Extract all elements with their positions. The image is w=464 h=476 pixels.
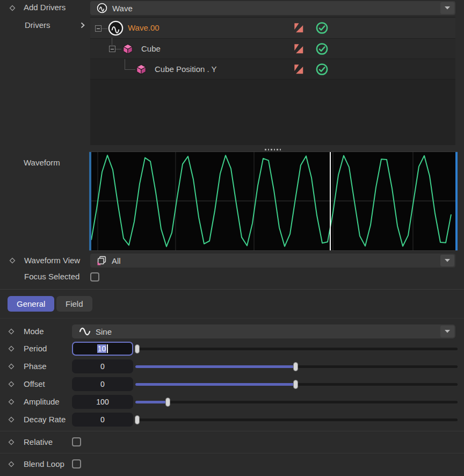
diamond-icon	[8, 345, 15, 352]
enabled-check-icon[interactable]	[315, 62, 329, 76]
divider	[0, 431, 464, 431]
phase-value: 0	[100, 362, 105, 371]
decay-rate-input[interactable]: 0	[72, 413, 133, 427]
chevron-down-icon	[445, 259, 450, 262]
amplitude-input[interactable]: 100	[72, 395, 133, 409]
drivers-label: Drivers	[25, 18, 50, 32]
add-drivers-label: Add Drivers	[24, 0, 66, 15]
tree-label-cube: Cube	[141, 39, 161, 59]
sine-wave-icon	[79, 327, 91, 336]
relative-checkbox[interactable]	[72, 437, 81, 446]
diamond-icon	[9, 257, 16, 264]
tab-field[interactable]: Field	[56, 296, 92, 312]
offset-slider-handle[interactable]	[293, 380, 298, 389]
waveform-view-value: All	[112, 256, 121, 265]
mute-toggle-icon[interactable]	[293, 63, 305, 75]
offset-slider[interactable]	[135, 377, 458, 391]
param-row-blend-loop: Blend Loop	[0, 457, 464, 471]
mode-dropdown-arrow[interactable]	[440, 326, 454, 337]
waveform-view-label: Waveform View	[24, 254, 80, 268]
phase-input[interactable]: 0	[72, 359, 133, 373]
waveform-label: Waveform	[24, 158, 60, 167]
mode-selector[interactable]: Sine	[72, 324, 455, 338]
wave-icon	[97, 3, 107, 13]
amplitude-value: 100	[96, 398, 108, 406]
tree-label-wave00: Wave.00	[128, 18, 160, 38]
chevron-down-icon	[445, 330, 450, 333]
param-row-mode: Mode Sine	[0, 324, 464, 338]
diamond-icon	[8, 328, 15, 335]
relative-label: Relative	[24, 435, 53, 449]
tab-general[interactable]: General	[8, 296, 54, 312]
diamond-icon	[8, 363, 15, 370]
param-row-relative: Relative	[0, 435, 464, 449]
param-row-amplitude: Amplitude 100	[0, 395, 464, 409]
divider	[0, 289, 464, 290]
diamond-icon	[8, 416, 15, 423]
amplitude-slider[interactable]	[135, 395, 458, 409]
enabled-check-icon[interactable]	[315, 21, 329, 35]
diamond-icon	[8, 381, 15, 387]
waveform-view-selector[interactable]: All	[90, 254, 455, 268]
period-input[interactable]: 10	[72, 342, 133, 356]
cube-icon	[135, 63, 147, 75]
divider	[0, 453, 464, 453]
phase-slider-handle[interactable]	[293, 362, 298, 371]
text-caret	[107, 344, 108, 353]
period-slider[interactable]	[135, 342, 458, 356]
decay-rate-value: 0	[100, 415, 105, 424]
waveform-border-bottom	[89, 250, 458, 251]
mode-value: Sine	[96, 327, 112, 336]
decay-rate-slider[interactable]	[135, 413, 458, 427]
tree-row-wave00[interactable]: Wave.00	[90, 18, 455, 39]
waveform-display[interactable]	[89, 152, 458, 250]
chevron-right-icon[interactable]	[81, 22, 85, 28]
expander-icon[interactable]	[95, 25, 102, 32]
mute-toggle-icon[interactable]	[293, 22, 305, 34]
expander-icon[interactable]	[109, 46, 115, 52]
decay-rate-slider-handle[interactable]	[135, 415, 140, 424]
driver-tree: Wave.00 Cube	[90, 17, 455, 145]
tree-label-cube-position-y: Cube Position . Y	[155, 59, 217, 80]
mode-label: Mode	[24, 324, 44, 338]
wave-type-dropdown-arrow[interactable]	[440, 2, 454, 14]
wave-driver-panel: Add Drivers Wave Drivers Wave.00	[0, 0, 464, 476]
offset-value: 0	[100, 380, 105, 388]
amplitude-label: Amplitude	[24, 395, 60, 409]
param-row-offset: Offset 0	[0, 377, 464, 391]
param-row-decay-rate: Decay Rate 0	[0, 413, 464, 427]
focus-selected-checkbox[interactable]	[90, 272, 99, 282]
diamond-icon	[8, 439, 15, 445]
wave-type-value: Wave	[112, 4, 133, 13]
mute-toggle-icon[interactable]	[293, 43, 305, 55]
period-value: 10	[97, 344, 107, 353]
param-row-period: Period 10	[0, 342, 464, 356]
phase-slider[interactable]	[135, 359, 458, 373]
wave-type-selector[interactable]: Wave	[90, 1, 455, 15]
tree-row-cube[interactable]: Cube	[90, 39, 455, 59]
blend-loop-checkbox[interactable]	[72, 459, 81, 468]
enabled-check-icon[interactable]	[315, 42, 329, 55]
cube-icon	[122, 43, 134, 55]
wave-driver-icon	[107, 20, 124, 37]
diamond-icon	[8, 399, 15, 405]
blend-loop-label: Blend Loop	[24, 457, 64, 471]
offset-input[interactable]: 0	[72, 377, 133, 391]
layers-icon	[97, 256, 107, 266]
tree-row-cube-position-y[interactable]: Cube Position . Y	[90, 59, 455, 80]
decay-rate-label: Decay Rate	[24, 413, 66, 427]
diamond-icon	[9, 5, 16, 11]
offset-label: Offset	[24, 377, 45, 391]
amplitude-slider-handle[interactable]	[165, 398, 170, 407]
diamond-icon	[8, 461, 15, 467]
panel-splitter-handle[interactable]	[265, 149, 281, 150]
param-row-phase: Phase 0	[0, 359, 464, 373]
phase-label: Phase	[24, 359, 47, 373]
period-label: Period	[24, 342, 47, 356]
waveform-view-dropdown-arrow[interactable]	[440, 255, 454, 266]
focus-selected-label: Focus Selected	[24, 270, 79, 283]
period-slider-handle[interactable]	[135, 344, 140, 354]
chevron-down-icon	[445, 6, 450, 10]
divider	[0, 318, 464, 319]
